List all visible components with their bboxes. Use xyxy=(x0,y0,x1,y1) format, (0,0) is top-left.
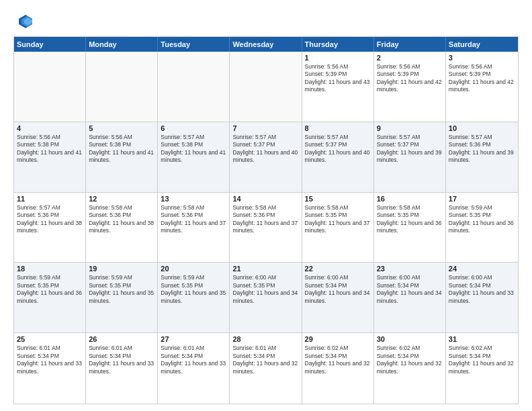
day-info: Sunrise: 5:56 AM Sunset: 5:39 PM Dayligh… xyxy=(449,63,515,94)
day-info: Sunrise: 6:01 AM Sunset: 5:34 PM Dayligh… xyxy=(232,345,298,375)
day-number: 26 xyxy=(89,335,154,343)
day-number: 1 xyxy=(305,54,371,62)
day-cell-22: 22Sunrise: 6:00 AM Sunset: 5:34 PM Dayli… xyxy=(302,263,374,332)
day-info: Sunrise: 6:02 AM Sunset: 5:34 PM Dayligh… xyxy=(449,345,515,375)
day-info: Sunrise: 6:02 AM Sunset: 5:34 PM Dayligh… xyxy=(305,345,371,375)
header xyxy=(13,12,519,31)
day-cell-17: 17Sunrise: 5:59 AM Sunset: 5:35 PM Dayli… xyxy=(446,193,518,263)
day-cell-28: 28Sunrise: 6:01 AM Sunset: 5:34 PM Dayli… xyxy=(230,333,302,404)
day-number: 30 xyxy=(377,335,443,343)
day-number: 10 xyxy=(449,124,515,132)
header-day-thursday: Thursday xyxy=(302,37,374,52)
day-info: Sunrise: 6:00 AM Sunset: 5:34 PM Dayligh… xyxy=(305,274,371,305)
day-number: 20 xyxy=(161,265,226,273)
day-cell-15: 15Sunrise: 5:58 AM Sunset: 5:35 PM Dayli… xyxy=(302,193,374,263)
day-cell-7: 7Sunrise: 5:57 AM Sunset: 5:37 PM Daylig… xyxy=(230,122,302,192)
day-number: 12 xyxy=(89,195,154,203)
day-info: Sunrise: 5:58 AM Sunset: 5:36 PM Dayligh… xyxy=(232,204,298,235)
day-info: Sunrise: 5:59 AM Sunset: 5:35 PM Dayligh… xyxy=(17,274,83,305)
day-cell-26: 26Sunrise: 6:01 AM Sunset: 5:34 PM Dayli… xyxy=(86,333,158,404)
day-info: Sunrise: 5:56 AM Sunset: 5:38 PM Dayligh… xyxy=(89,134,154,165)
page: SundayMondayTuesdayWednesdayThursdayFrid… xyxy=(0,0,532,411)
day-cell-6: 6Sunrise: 5:57 AM Sunset: 5:38 PM Daylig… xyxy=(158,122,230,192)
calendar-row-2: 4Sunrise: 5:56 AM Sunset: 5:38 PM Daylig… xyxy=(14,122,518,193)
day-cell-16: 16Sunrise: 5:58 AM Sunset: 5:35 PM Dayli… xyxy=(374,193,446,263)
day-info: Sunrise: 5:57 AM Sunset: 5:37 PM Dayligh… xyxy=(232,134,298,165)
day-cell-8: 8Sunrise: 5:57 AM Sunset: 5:37 PM Daylig… xyxy=(302,122,374,192)
day-info: Sunrise: 6:01 AM Sunset: 5:34 PM Dayligh… xyxy=(17,345,83,375)
day-info: Sunrise: 6:00 AM Sunset: 5:34 PM Dayligh… xyxy=(449,274,515,305)
day-number: 19 xyxy=(89,265,154,273)
day-info: Sunrise: 5:56 AM Sunset: 5:38 PM Dayligh… xyxy=(17,134,83,165)
day-number: 18 xyxy=(17,265,83,273)
day-number: 15 xyxy=(305,195,371,203)
header-day-wednesday: Wednesday xyxy=(230,37,302,52)
day-info: Sunrise: 5:59 AM Sunset: 5:35 PM Dayligh… xyxy=(161,274,226,305)
day-info: Sunrise: 6:02 AM Sunset: 5:34 PM Dayligh… xyxy=(377,345,443,375)
calendar-row-3: 11Sunrise: 5:57 AM Sunset: 5:36 PM Dayli… xyxy=(14,193,518,263)
day-info: Sunrise: 6:00 AM Sunset: 5:35 PM Dayligh… xyxy=(232,274,298,305)
day-cell-20: 20Sunrise: 5:59 AM Sunset: 5:35 PM Dayli… xyxy=(158,263,230,332)
header-day-sunday: Sunday xyxy=(14,37,86,52)
day-info: Sunrise: 5:59 AM Sunset: 5:35 PM Dayligh… xyxy=(89,274,154,305)
header-day-tuesday: Tuesday xyxy=(158,37,230,52)
day-number: 2 xyxy=(377,54,443,62)
day-cell-30: 30Sunrise: 6:02 AM Sunset: 5:34 PM Dayli… xyxy=(374,333,446,404)
day-number: 22 xyxy=(305,265,371,273)
day-number: 16 xyxy=(377,195,443,203)
calendar-row-1: 1Sunrise: 5:56 AM Sunset: 5:39 PM Daylig… xyxy=(14,52,518,122)
day-info: Sunrise: 5:56 AM Sunset: 5:39 PM Dayligh… xyxy=(305,63,371,94)
day-number: 8 xyxy=(305,124,371,132)
day-cell-13: 13Sunrise: 5:58 AM Sunset: 5:36 PM Dayli… xyxy=(158,193,230,263)
day-info: Sunrise: 5:58 AM Sunset: 5:35 PM Dayligh… xyxy=(305,204,371,235)
day-cell-24: 24Sunrise: 6:00 AM Sunset: 5:34 PM Dayli… xyxy=(446,263,518,332)
header-day-monday: Monday xyxy=(86,37,158,52)
day-cell-12: 12Sunrise: 5:58 AM Sunset: 5:36 PM Dayli… xyxy=(86,193,158,263)
empty-cell xyxy=(14,52,86,122)
day-number: 11 xyxy=(17,195,83,203)
day-cell-25: 25Sunrise: 6:01 AM Sunset: 5:34 PM Dayli… xyxy=(14,333,86,404)
day-cell-5: 5Sunrise: 5:56 AM Sunset: 5:38 PM Daylig… xyxy=(86,122,158,192)
calendar: SundayMondayTuesdayWednesdayThursdayFrid… xyxy=(13,36,519,404)
day-cell-21: 21Sunrise: 6:00 AM Sunset: 5:35 PM Dayli… xyxy=(230,263,302,332)
day-info: Sunrise: 5:58 AM Sunset: 5:36 PM Dayligh… xyxy=(161,204,226,235)
day-cell-23: 23Sunrise: 6:00 AM Sunset: 5:34 PM Dayli… xyxy=(374,263,446,332)
day-number: 21 xyxy=(232,265,298,273)
calendar-header: SundayMondayTuesdayWednesdayThursdayFrid… xyxy=(14,37,518,52)
day-cell-10: 10Sunrise: 5:57 AM Sunset: 5:36 PM Dayli… xyxy=(446,122,518,192)
day-number: 23 xyxy=(377,265,443,273)
calendar-row-4: 18Sunrise: 5:59 AM Sunset: 5:35 PM Dayli… xyxy=(14,263,518,333)
day-cell-2: 2Sunrise: 5:56 AM Sunset: 5:39 PM Daylig… xyxy=(374,52,446,122)
day-cell-19: 19Sunrise: 5:59 AM Sunset: 5:35 PM Dayli… xyxy=(86,263,158,332)
day-info: Sunrise: 5:57 AM Sunset: 5:38 PM Dayligh… xyxy=(161,134,226,165)
calendar-row-5: 25Sunrise: 6:01 AM Sunset: 5:34 PM Dayli… xyxy=(14,333,518,404)
day-info: Sunrise: 5:56 AM Sunset: 5:39 PM Dayligh… xyxy=(377,63,443,94)
calendar-body: 1Sunrise: 5:56 AM Sunset: 5:39 PM Daylig… xyxy=(14,52,518,404)
day-info: Sunrise: 5:57 AM Sunset: 5:36 PM Dayligh… xyxy=(449,134,515,165)
empty-cell xyxy=(230,52,302,122)
day-cell-14: 14Sunrise: 5:58 AM Sunset: 5:36 PM Dayli… xyxy=(230,193,302,263)
day-number: 29 xyxy=(305,335,371,343)
day-number: 7 xyxy=(232,124,298,132)
day-info: Sunrise: 6:00 AM Sunset: 5:34 PM Dayligh… xyxy=(377,274,443,305)
day-cell-4: 4Sunrise: 5:56 AM Sunset: 5:38 PM Daylig… xyxy=(14,122,86,192)
day-number: 14 xyxy=(232,195,298,203)
day-cell-11: 11Sunrise: 5:57 AM Sunset: 5:36 PM Dayli… xyxy=(14,193,86,263)
day-cell-3: 3Sunrise: 5:56 AM Sunset: 5:39 PM Daylig… xyxy=(446,52,518,122)
day-info: Sunrise: 5:57 AM Sunset: 5:37 PM Dayligh… xyxy=(377,134,443,165)
day-info: Sunrise: 5:59 AM Sunset: 5:35 PM Dayligh… xyxy=(449,204,515,235)
day-cell-9: 9Sunrise: 5:57 AM Sunset: 5:37 PM Daylig… xyxy=(374,122,446,192)
day-number: 27 xyxy=(161,335,226,343)
empty-cell xyxy=(86,52,158,122)
day-number: 3 xyxy=(449,54,515,62)
logo xyxy=(13,12,35,31)
day-number: 13 xyxy=(161,195,226,203)
day-number: 24 xyxy=(449,265,515,273)
empty-cell xyxy=(158,52,230,122)
day-cell-31: 31Sunrise: 6:02 AM Sunset: 5:34 PM Dayli… xyxy=(446,333,518,404)
day-info: Sunrise: 5:57 AM Sunset: 5:37 PM Dayligh… xyxy=(305,134,371,165)
header-day-saturday: Saturday xyxy=(446,37,518,52)
day-info: Sunrise: 5:57 AM Sunset: 5:36 PM Dayligh… xyxy=(17,204,83,235)
day-number: 28 xyxy=(232,335,298,343)
day-cell-29: 29Sunrise: 6:02 AM Sunset: 5:34 PM Dayli… xyxy=(302,333,374,404)
